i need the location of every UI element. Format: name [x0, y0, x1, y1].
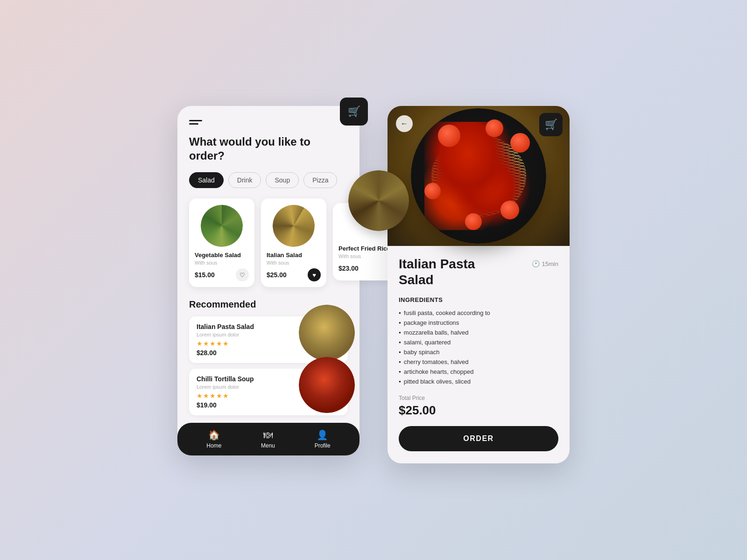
- order-button[interactable]: ORDER: [399, 426, 558, 451]
- category-drink[interactable]: Drink: [228, 172, 261, 188]
- nav-menu-label: Menu: [261, 442, 275, 449]
- right-screen: ← 🛒 Italian Pasta Salad 🕐: [388, 106, 570, 463]
- ingredient-2: mozzarella balls, halved: [399, 328, 558, 337]
- dish-title: Italian Pasta Salad: [399, 256, 511, 287]
- recommended-list: Italian Pasta Salad Lorem ipsum dolor ★★…: [189, 316, 348, 415]
- left-screen: 🛒 What would you like to order? Salad Dr…: [177, 106, 359, 455]
- vegetable-salad-image: [201, 205, 243, 247]
- nav-home[interactable]: 🏠 Home: [206, 429, 221, 449]
- rec-item-image-1: [299, 357, 355, 413]
- cart-icon-right: 🛒: [545, 119, 557, 131]
- category-salad[interactable]: Salad: [189, 172, 224, 188]
- profile-icon: 👤: [317, 429, 328, 441]
- favorite-button-0[interactable]: ♡: [236, 268, 249, 281]
- food-card-price-1: $25.00: [267, 271, 287, 279]
- category-pizza[interactable]: Pizza: [303, 172, 337, 188]
- cart-button-left[interactable]: 🛒: [340, 98, 368, 126]
- category-filter: Salad Drink Soup Pizza: [189, 172, 348, 188]
- italian-salad-image: [273, 205, 315, 247]
- ingredients-list: fusili pasta, cooked according to packag…: [399, 308, 558, 386]
- menu-icon: 🍽: [263, 430, 273, 441]
- food-card-vegetable-salad[interactable]: Vegetable Salad With sous $15.00 ♡: [189, 198, 254, 287]
- rec-item-pasta-salad[interactable]: Italian Pasta Salad Lorem ipsum dolor ★★…: [189, 316, 348, 363]
- ingredient-6: artichoke hearts, chopped: [399, 367, 558, 377]
- time-badge: 🕐 15min: [532, 260, 558, 267]
- ingredient-1: package instructions: [399, 318, 558, 328]
- rec-item-soup[interactable]: Chilli Tortilla Soup Lorem ipsum dolor ★…: [189, 369, 348, 415]
- time-value: 15min: [542, 260, 558, 267]
- dish-header: Italian Pasta Salad 🕐 15min: [399, 256, 558, 287]
- fried-rice-floating-image: [348, 170, 409, 231]
- food-card-price-2: $23.00: [338, 265, 359, 272]
- total-price-value: $25.00: [399, 403, 558, 418]
- food-card-price-0: $15.00: [195, 271, 215, 279]
- ingredient-0: fusili pasta, cooked according to: [399, 308, 558, 318]
- rec-item-image-0: [299, 305, 355, 361]
- food-card-sub-1: With sous: [267, 260, 321, 266]
- food-card-name-1: Italian Salad: [267, 252, 321, 259]
- total-price-label: Total Price: [399, 395, 558, 401]
- nav-profile-label: Profile: [315, 442, 331, 449]
- category-soup[interactable]: Soup: [266, 172, 299, 188]
- food-card-italian-salad[interactable]: Italian Salad With sous $25.00 ♥: [261, 198, 326, 287]
- ingredient-7: pitted black olives, sliced: [399, 377, 558, 386]
- nav-menu[interactable]: 🍽 Menu: [261, 430, 275, 449]
- page-headline: What would you like to order?: [189, 135, 348, 163]
- food-card-name-0: Vegetable Salad: [195, 252, 249, 259]
- cart-button-right[interactable]: 🛒: [539, 113, 563, 136]
- ingredient-3: salami, quartered: [399, 337, 558, 347]
- food-card-sub-0: With sous: [195, 260, 249, 266]
- bottom-nav: 🏠 Home 🍽 Menu 👤 Profile: [177, 423, 359, 455]
- ingredient-5: cherry tomatoes, halved: [399, 357, 558, 367]
- food-cards-row: Vegetable Salad With sous $15.00 ♡ Itali…: [189, 198, 348, 287]
- ingredients-title: INGREDIENTS: [399, 296, 558, 303]
- back-button[interactable]: ←: [396, 115, 413, 132]
- hamburger-menu[interactable]: [189, 120, 202, 125]
- ingredient-4: baby spinach: [399, 347, 558, 357]
- nav-profile[interactable]: 👤 Profile: [315, 429, 331, 449]
- cart-icon-left: 🛒: [348, 105, 360, 118]
- right-content: Italian Pasta Salad 🕐 15min INGREDIENTS …: [388, 246, 570, 463]
- nav-home-label: Home: [206, 442, 221, 449]
- favorite-button-1[interactable]: ♥: [308, 268, 321, 281]
- clock-icon: 🕐: [532, 260, 540, 267]
- home-icon: 🏠: [208, 429, 220, 441]
- hero-image-area: ← 🛒: [388, 106, 570, 246]
- hero-dish-image: [411, 108, 546, 244]
